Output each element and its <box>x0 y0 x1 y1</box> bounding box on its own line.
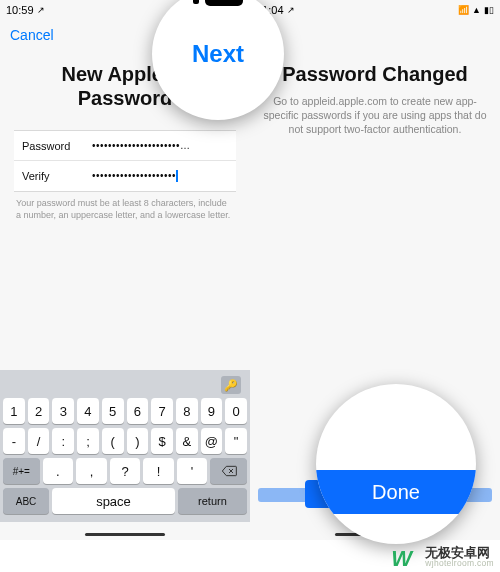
page-title: Password Changed <box>250 62 500 86</box>
key-lparen[interactable]: ( <box>102 428 124 454</box>
key-apostrophe[interactable]: ' <box>177 458 208 484</box>
backspace-icon <box>221 465 237 477</box>
keyboard: 🔑 1 2 3 4 5 6 7 8 9 0 - / : ; ( ) $ <box>0 370 250 522</box>
key-6[interactable]: 6 <box>127 398 149 424</box>
location-icon: ↗ <box>287 5 295 15</box>
watermark: W 无极安卓网 wjhotelroom.com <box>391 546 494 568</box>
key-at[interactable]: @ <box>201 428 223 454</box>
keychain-icon[interactable]: 🔑 <box>221 376 241 394</box>
key-4[interactable]: 4 <box>77 398 99 424</box>
keyboard-row-2: - / : ; ( ) $ & @ " <box>3 428 247 454</box>
done-button-zoom[interactable]: Done <box>316 470 476 514</box>
text-cursor <box>176 170 178 182</box>
key-colon[interactable]: : <box>52 428 74 454</box>
key-symbols[interactable]: #+= <box>3 458 40 484</box>
key-0[interactable]: 0 <box>225 398 247 424</box>
keyboard-row-1: 1 2 3 4 5 6 7 8 9 0 <box>3 398 247 424</box>
key-return[interactable]: return <box>178 488 247 514</box>
key-comma[interactable]: , <box>76 458 107 484</box>
key-rparen[interactable]: ) <box>127 428 149 454</box>
key-abc[interactable]: ABC <box>3 488 49 514</box>
status-time: 10:59 <box>6 4 34 16</box>
signal-icon: 📶 <box>458 5 469 15</box>
verify-label: Verify <box>22 170 84 182</box>
home-indicator[interactable] <box>85 533 165 536</box>
key-8[interactable]: 8 <box>176 398 198 424</box>
password-field[interactable]: Password ••••••••••••••••••••••… <box>14 131 236 161</box>
key-backspace[interactable] <box>210 458 247 484</box>
key-semicolon[interactable]: ; <box>77 428 99 454</box>
key-period[interactable]: . <box>43 458 74 484</box>
keyboard-row-4: ABC space return <box>3 488 247 514</box>
password-value: ••••••••••••••••••••••… <box>92 140 191 151</box>
nav-bar <box>250 20 500 50</box>
verify-field[interactable]: Verify ••••••••••••••••••••• <box>14 161 236 191</box>
keyboard-row-3: #+= . , ? ! ' <box>3 458 247 484</box>
next-button[interactable]: Next <box>192 40 244 68</box>
key-quote[interactable]: " <box>225 428 247 454</box>
key-1[interactable]: 1 <box>3 398 25 424</box>
key-space[interactable]: space <box>52 488 175 514</box>
key-exclaim[interactable]: ! <box>143 458 174 484</box>
key-amp[interactable]: & <box>176 428 198 454</box>
key-2[interactable]: 2 <box>28 398 50 424</box>
key-dash[interactable]: - <box>3 428 25 454</box>
key-9[interactable]: 9 <box>201 398 223 424</box>
notch-icon <box>193 0 243 6</box>
key-question[interactable]: ? <box>110 458 141 484</box>
wifi-icon: ▲ <box>472 5 481 15</box>
key-7[interactable]: 7 <box>151 398 173 424</box>
password-label: Password <box>22 140 84 152</box>
magnifier-done: Done <box>316 384 476 544</box>
watermark-logo-icon: W <box>391 546 421 568</box>
key-slash[interactable]: / <box>28 428 50 454</box>
verify-value: ••••••••••••••••••••• <box>92 170 178 182</box>
key-3[interactable]: 3 <box>52 398 74 424</box>
key-5[interactable]: 5 <box>102 398 124 424</box>
location-icon: ↗ <box>37 5 45 15</box>
cancel-button[interactable]: Cancel <box>10 27 54 43</box>
key-dollar[interactable]: $ <box>151 428 173 454</box>
status-bar: 11:04 ↗ 📶 ▲ ▮▯ <box>250 0 500 20</box>
password-form: Password ••••••••••••••••••••••… Verify … <box>14 130 236 192</box>
watermark-url: wjhotelroom.com <box>425 559 494 568</box>
battery-icon: ▮▯ <box>484 5 494 15</box>
page-subtext: Go to appleid.apple.com to create new ap… <box>262 94 488 137</box>
password-hint: Your password must be at least 8 charact… <box>16 198 234 221</box>
